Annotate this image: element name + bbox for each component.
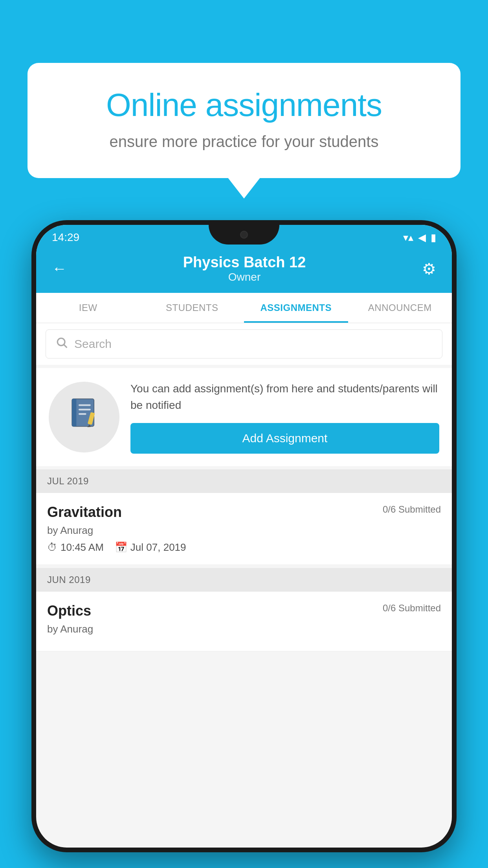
section-header-jun: JUN 2019 <box>36 568 452 592</box>
promo-section: You can add assignment(s) from here and … <box>36 368 452 466</box>
search-container: Search <box>36 323 452 365</box>
back-button[interactable]: ← <box>52 260 67 277</box>
bubble-subtitle: ensure more practice for your students <box>59 133 429 151</box>
svg-rect-4 <box>79 404 91 406</box>
section-header-jul: JUL 2019 <box>36 469 452 493</box>
speech-bubble-container: Online assignments ensure more practice … <box>28 63 460 178</box>
assignment-meta-gravitation: ⏱ 10:45 AM 📅 Jul 07, 2019 <box>47 541 441 554</box>
app-header: ← Physics Batch 12 Owner ⚙ <box>36 247 452 293</box>
header-subtitle: Owner <box>183 271 306 283</box>
notebook-icon <box>66 395 102 439</box>
wifi-icon: ▾▴ <box>403 232 413 244</box>
add-assignment-button[interactable]: Add Assignment <box>130 423 439 454</box>
header-center: Physics Batch 12 Owner <box>183 254 306 283</box>
assignment-item-gravitation[interactable]: Gravitation 0/6 Submitted by Anurag ⏱ 10… <box>36 493 452 565</box>
tabs-bar: IEW STUDENTS ASSIGNMENTS ANNOUNCEM <box>36 293 452 323</box>
clock-icon: ⏱ <box>47 541 57 554</box>
assignment-submitted-optics: 0/6 Submitted <box>383 603 441 614</box>
meta-date-gravitation: 📅 Jul 07, 2019 <box>115 541 186 554</box>
time-value-gravitation: 10:45 AM <box>61 541 104 554</box>
assignment-item-optics[interactable]: Optics 0/6 Submitted by Anurag <box>36 592 452 651</box>
signal-icon: ◀ <box>418 232 426 244</box>
tab-assignments[interactable]: ASSIGNMENTS <box>244 293 348 323</box>
status-icons: ▾▴ ◀ ▮ <box>403 232 436 244</box>
battery-icon: ▮ <box>431 232 436 244</box>
camera-dot <box>240 231 248 239</box>
search-placeholder: Search <box>74 337 112 351</box>
assignment-header-row: Gravitation 0/6 Submitted <box>47 504 441 520</box>
promo-right: You can add assignment(s) from here and … <box>130 381 439 454</box>
meta-time-gravitation: ⏱ 10:45 AM <box>47 541 104 554</box>
phone-inner: 14:29 ▾▴ ◀ ▮ ← Physics Batch 12 Owner ⚙ … <box>36 225 452 848</box>
search-bar[interactable]: Search <box>46 329 442 359</box>
svg-point-0 <box>57 338 65 346</box>
svg-rect-5 <box>79 408 91 410</box>
svg-rect-6 <box>79 413 86 415</box>
promo-text: You can add assignment(s) from here and … <box>130 381 439 414</box>
status-time: 14:29 <box>52 231 79 244</box>
assignment-by-gravitation: by Anurag <box>47 524 441 537</box>
header-title: Physics Batch 12 <box>183 254 306 271</box>
calendar-icon: 📅 <box>115 541 127 554</box>
speech-bubble: Online assignments ensure more practice … <box>28 63 460 178</box>
tab-announcements[interactable]: ANNOUNCEM <box>348 293 452 323</box>
assignment-submitted-gravitation: 0/6 Submitted <box>383 504 441 515</box>
svg-rect-3 <box>72 399 76 426</box>
assignment-header-row-optics: Optics 0/6 Submitted <box>47 603 441 619</box>
tab-iew[interactable]: IEW <box>36 293 140 323</box>
date-value-gravitation: Jul 07, 2019 <box>130 541 186 554</box>
phone-frame: 14:29 ▾▴ ◀ ▮ ← Physics Batch 12 Owner ⚙ … <box>31 220 457 852</box>
promo-icon-circle <box>49 382 119 452</box>
settings-icon[interactable]: ⚙ <box>422 260 436 278</box>
svg-line-1 <box>64 345 67 348</box>
phone-notch <box>209 225 279 245</box>
assignment-title-gravitation: Gravitation <box>47 504 122 520</box>
assignment-title-optics: Optics <box>47 603 91 619</box>
assignment-by-optics: by Anurag <box>47 623 441 635</box>
tab-students[interactable]: STUDENTS <box>140 293 244 323</box>
search-icon <box>55 336 68 352</box>
bubble-title: Online assignments <box>59 86 429 123</box>
